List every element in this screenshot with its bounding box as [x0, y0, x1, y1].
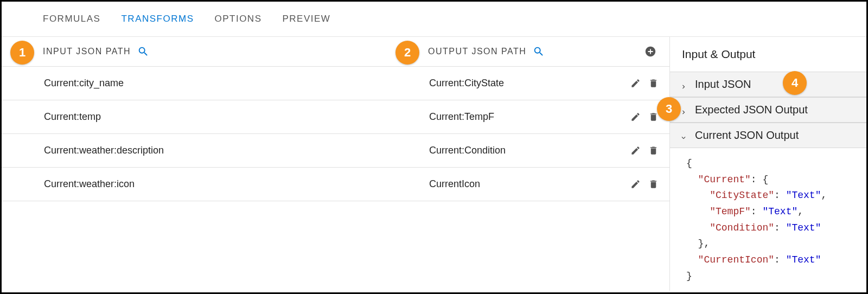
accordion-label: Current JSON Output: [695, 129, 799, 142]
input-path-cell: Current:weather:icon: [44, 178, 429, 190]
chevron-right-icon: [680, 81, 687, 88]
tab-preview[interactable]: PREVIEW: [282, 14, 330, 24]
output-path-cell: Current:CityState: [429, 78, 630, 89]
accordion-label: Expected JSON Output: [695, 104, 808, 116]
output-path-cell: Current:Condition: [429, 145, 630, 156]
accordion-current-output[interactable]: Current JSON Output: [670, 123, 866, 148]
delete-icon[interactable]: [648, 145, 659, 156]
input-path-label: INPUT JSON PATH: [43, 47, 131, 56]
chevron-right-icon: [680, 106, 687, 114]
row-actions: [630, 78, 659, 88]
input-path-header: INPUT JSON PATH: [43, 46, 428, 57]
annotation-callout-3: 3: [657, 97, 681, 121]
annotation-callout-1: 1: [10, 41, 34, 65]
table-row: Current:weather:iconCurrentIcon: [2, 168, 669, 201]
delete-icon[interactable]: [648, 78, 659, 88]
row-actions: [630, 179, 659, 189]
output-path-cell: CurrentIcon: [429, 178, 630, 190]
output-path-label: OUTPUT JSON PATH: [428, 47, 526, 56]
delete-icon[interactable]: [648, 179, 659, 189]
row-actions: [630, 112, 659, 122]
input-path-cell: Current:temp: [44, 111, 429, 123]
panel-title: Input & Output: [670, 37, 866, 72]
output-path-header: OUTPUT JSON PATH: [428, 46, 644, 57]
input-path-cell: Current:weather:description: [44, 145, 429, 156]
transforms-table: INPUT JSON PATH OUTPUT JSON PATH Current…: [2, 37, 669, 291]
search-icon[interactable]: [137, 46, 149, 57]
output-path-cell: Current:TempF: [429, 111, 630, 123]
json-output: { "Current": { "CityState": "Text", "Tem…: [670, 148, 866, 292]
input-path-cell: Current:city_name: [44, 78, 429, 89]
table-row: Current:city_nameCurrent:CityState: [2, 67, 669, 100]
edit-icon[interactable]: [630, 112, 641, 122]
row-actions: [630, 145, 659, 156]
tab-bar: FORMULASTRANSFORMSOPTIONSPREVIEW: [2, 2, 866, 37]
tab-transforms[interactable]: TRANSFORMS: [121, 14, 194, 24]
annotation-callout-4: 4: [783, 71, 807, 95]
chevron-down-icon: [680, 132, 687, 139]
table-row: Current:weather:descriptionCurrent:Condi…: [2, 134, 669, 168]
table-row: Current:tempCurrent:TempF: [2, 100, 669, 134]
accordion-expected-output[interactable]: Expected JSON Output: [670, 97, 866, 123]
annotation-callout-2: 2: [395, 41, 419, 65]
edit-icon[interactable]: [630, 145, 641, 156]
edit-icon[interactable]: [630, 78, 641, 88]
tab-options[interactable]: OPTIONS: [214, 14, 261, 24]
content-area: INPUT JSON PATH OUTPUT JSON PATH Current…: [2, 37, 866, 291]
delete-icon[interactable]: [648, 112, 659, 122]
accordion-input-json[interactable]: Input JSON: [670, 72, 866, 97]
add-icon[interactable]: [644, 46, 656, 57]
search-icon[interactable]: [533, 46, 545, 57]
accordion-label: Input JSON: [695, 78, 751, 91]
edit-icon[interactable]: [630, 179, 641, 189]
io-panel: Input & Output Input JSON Expected JSON …: [669, 37, 866, 291]
column-headers: INPUT JSON PATH OUTPUT JSON PATH: [2, 37, 669, 67]
tab-formulas[interactable]: FORMULAS: [43, 14, 100, 24]
